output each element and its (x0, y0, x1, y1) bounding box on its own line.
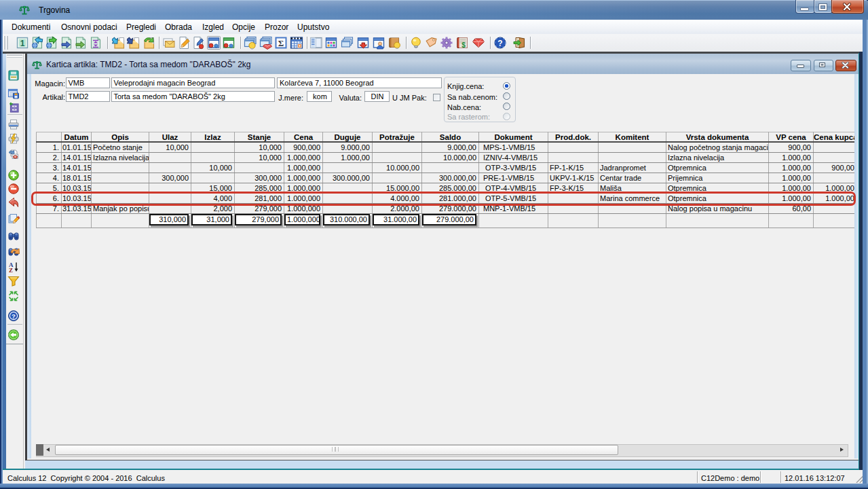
svg-text:Σ: Σ (278, 38, 284, 48)
svg-text:1: 1 (20, 39, 25, 48)
svg-text:Z: Z (9, 266, 13, 273)
svg-text:?: ? (12, 312, 16, 320)
svg-text:$: $ (461, 41, 466, 49)
svg-text:?: ? (497, 39, 502, 48)
